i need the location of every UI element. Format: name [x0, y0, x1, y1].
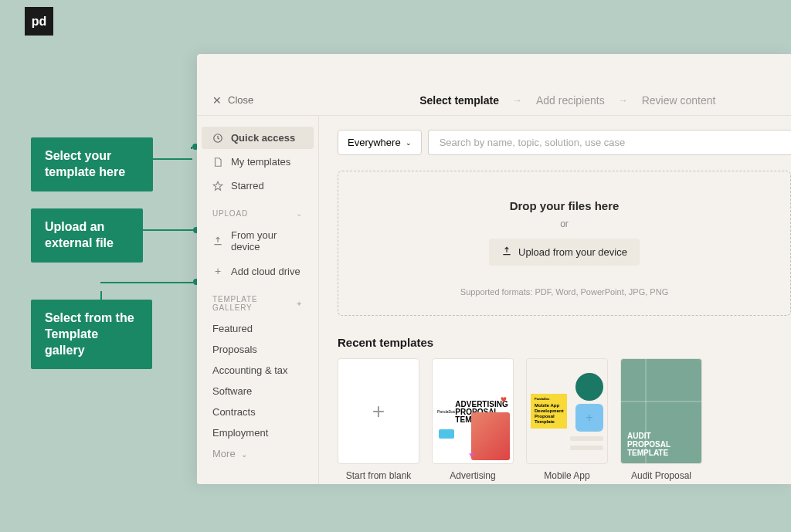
- template-thumbnail: +: [338, 358, 419, 464]
- chevron-right-icon: →: [513, 95, 522, 106]
- decorative-bar: [570, 446, 603, 450]
- plus-icon: +: [372, 399, 385, 424]
- content-area: Everywhere ⌄ Drop your files here or Upl…: [319, 116, 791, 484]
- sidebar-category-featured[interactable]: Featured: [197, 318, 318, 339]
- sidebar-header-gallery: TEMPLATE GALLERY ✦: [197, 284, 318, 318]
- sidebar-item-label: From your device: [231, 229, 303, 252]
- upload-icon: [212, 236, 223, 246]
- sidebar-item-my-templates[interactable]: My templates: [202, 151, 314, 173]
- sidebar-category-accounting[interactable]: Accounting & tax: [197, 360, 318, 381]
- template-thumbnail: PandaDoc ADVERTISING PROPOSAL TEMPLATE ♥…: [432, 358, 514, 464]
- callout-upload-file: Upload an external file: [31, 208, 143, 263]
- sidebar-item-label: My templates: [231, 156, 290, 168]
- heart-icon: ♥: [501, 393, 507, 405]
- template-label: Advertising Proposal: [432, 470, 514, 484]
- decorative-bar: [570, 436, 603, 441]
- template-card-audit[interactable]: AUDIT PROPOSAL TEMPLATE Audit Proposal: [620, 358, 702, 484]
- template-thumbnail: PandaDoc Mobile App Development Proposal…: [526, 358, 608, 464]
- chevron-down-icon: ⌄: [406, 139, 412, 147]
- search-input[interactable]: [428, 130, 791, 155]
- clock-icon: [212, 133, 223, 144]
- sidebar-item-label: Quick access: [231, 132, 295, 144]
- callout-template-gallery: Select from the Template gallery: [31, 300, 152, 369]
- decorative-image: [471, 412, 510, 460]
- sidebar-item-add-cloud[interactable]: + Add cloud drive: [202, 259, 314, 283]
- breadcrumb-step-add-recipients[interactable]: Add recipients: [536, 94, 605, 107]
- connector-line: [142, 229, 193, 231]
- sidebar-header-upload: UPLOAD ⌄: [197, 198, 318, 224]
- breadcrumb: Select template → Add recipients → Revie…: [419, 94, 715, 107]
- callout-select-template: Select your template here: [31, 137, 153, 191]
- close-label: Close: [228, 94, 253, 106]
- sidebar: Quick access My templates Starred UPLOAD…: [197, 116, 319, 484]
- sidebar-category-employment[interactable]: Employment: [197, 422, 318, 443]
- recent-templates-heading: Recent templates: [338, 336, 791, 349]
- app-window: ✕ Close Select template → Add recipients…: [197, 54, 791, 484]
- breadcrumb-step-select-template[interactable]: Select template: [419, 94, 499, 107]
- template-card-blank[interactable]: + Start from blank: [338, 358, 419, 484]
- sidebar-item-label: Starred: [231, 180, 264, 191]
- sidebar-category-software[interactable]: Software: [197, 381, 318, 402]
- connector-line: [100, 282, 193, 283]
- dropzone[interactable]: Drop your files here or Upload from your…: [338, 171, 791, 316]
- connector-line: [152, 158, 192, 160]
- upload-button-label: Upload from your device: [518, 246, 627, 258]
- sidebar-more[interactable]: More ⌄: [197, 443, 318, 464]
- breadcrumb-step-review-content[interactable]: Review content: [642, 94, 716, 107]
- template-card-mobile-app[interactable]: PandaDoc Mobile App Development Proposal…: [526, 358, 608, 484]
- decorative-shape: [439, 429, 454, 439]
- template-label: Mobile App Development Propos...: [526, 470, 608, 484]
- star-icon: [212, 181, 223, 191]
- sidebar-item-quick-access[interactable]: Quick access: [202, 127, 314, 149]
- template-label: Audit Proposal: [620, 470, 702, 483]
- main-layout: Quick access My templates Starred UPLOAD…: [197, 116, 791, 484]
- chevron-right-icon: →: [619, 95, 628, 106]
- plus-icon: +: [212, 265, 223, 277]
- dropzone-or: or: [354, 219, 775, 229]
- sidebar-category-proposals[interactable]: Proposals: [197, 339, 318, 360]
- template-label: Start from blank: [338, 470, 419, 483]
- document-icon: [212, 157, 223, 168]
- upload-icon: [501, 246, 512, 259]
- topbar: ✕ Close Select template → Add recipients…: [197, 85, 791, 116]
- chevron-down-icon: ⌄: [241, 450, 247, 459]
- star-icon: ★: [468, 450, 475, 459]
- close-icon: ✕: [212, 94, 222, 107]
- sidebar-item-starred[interactable]: Starred: [202, 175, 314, 197]
- sidebar-item-from-device[interactable]: From your device: [202, 224, 314, 258]
- supported-formats: Supported formats: PDF, Word, PowerPoint…: [354, 287, 775, 296]
- template-thumb-panel: PandaDoc Mobile App Development Proposal…: [531, 394, 567, 429]
- decorative-circle: [575, 373, 603, 401]
- chevron-down-icon[interactable]: ⌄: [296, 209, 303, 218]
- search-row: Everywhere ⌄: [338, 130, 791, 155]
- search-scope-select[interactable]: Everywhere ⌄: [338, 130, 422, 155]
- plus-tile-icon: +: [575, 404, 603, 432]
- template-thumb-title: Mobile App Development Proposal Template: [535, 403, 563, 425]
- connector-line: [100, 291, 102, 300]
- template-row: + Start from blank PandaDoc ADVERTISING …: [338, 358, 791, 484]
- sidebar-item-label: Add cloud drive: [231, 266, 300, 277]
- template-thumb-title: AUDIT PROPOSAL TEMPLATE: [627, 432, 695, 457]
- sidebar-category-contracts[interactable]: Contracts: [197, 402, 318, 422]
- template-thumb-panel: +: [570, 373, 603, 450]
- dropzone-title: Drop your files here: [354, 199, 775, 212]
- template-brand: PandaDoc: [437, 409, 455, 414]
- sparkle-icon: ✦: [296, 300, 303, 308]
- upload-from-device-button[interactable]: Upload from your device: [489, 239, 640, 266]
- scope-label: Everywhere: [348, 137, 401, 148]
- template-thumbnail: AUDIT PROPOSAL TEMPLATE: [620, 358, 702, 464]
- template-card-advertising[interactable]: PandaDoc ADVERTISING PROPOSAL TEMPLATE ♥…: [432, 358, 514, 484]
- close-button[interactable]: ✕ Close: [212, 94, 253, 107]
- logo-badge: pd: [25, 7, 53, 36]
